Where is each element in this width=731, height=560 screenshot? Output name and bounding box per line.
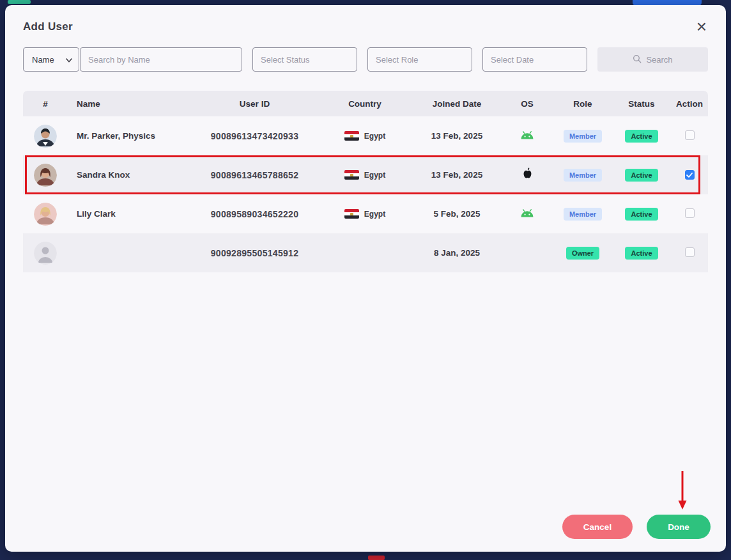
status-badge: Active xyxy=(625,169,658,182)
col-header-country: Country xyxy=(317,99,413,109)
user-id: 90089589034652220 xyxy=(192,209,317,219)
modal-header: Add User × xyxy=(23,5,708,42)
row-checkbox[interactable] xyxy=(685,247,695,257)
search-by-name-input[interactable] xyxy=(80,47,242,72)
col-header-status: Status xyxy=(612,99,671,109)
modal-footer: Cancel Done xyxy=(562,515,711,539)
joined-date: 5 Feb, 2025 xyxy=(413,209,501,219)
select-role-input[interactable] xyxy=(367,47,472,72)
table-header-row: # Name User ID Country Joined Date OS Ro… xyxy=(23,91,708,116)
country-label: Egypt xyxy=(364,171,385,180)
done-button[interactable]: Done xyxy=(647,515,711,539)
avatar xyxy=(34,125,57,148)
egypt-flag-icon xyxy=(344,209,359,219)
joined-date: 13 Feb, 2025 xyxy=(413,131,501,141)
role-badge: Member xyxy=(564,130,602,143)
user-id: 90092895505145912 xyxy=(192,248,317,258)
row-checkbox-checked[interactable] xyxy=(685,170,695,180)
background-page-fragment xyxy=(368,556,385,560)
os-cell xyxy=(501,131,553,141)
col-header-name: Name xyxy=(68,99,192,109)
background-page-fragment xyxy=(8,0,31,4)
table-row[interactable]: 90092895505145912 8 Jan, 2025 Owner Acti… xyxy=(23,233,708,272)
egypt-flag-icon xyxy=(344,131,359,141)
chevron-down-icon xyxy=(66,55,72,65)
annotation-arrow-icon xyxy=(677,471,688,511)
country-label: Egypt xyxy=(364,132,385,141)
placeholder-avatar-icon xyxy=(34,242,57,265)
add-user-modal: Add User × Name Search # Name User ID Co… xyxy=(5,5,726,552)
col-header-role: Role xyxy=(553,99,612,109)
country-label: Egypt xyxy=(364,210,385,219)
joined-date: 8 Jan, 2025 xyxy=(413,248,501,258)
os-cell xyxy=(501,167,553,182)
status-badge: Active xyxy=(625,247,658,260)
col-header-index: # xyxy=(23,99,68,109)
col-header-userid: User ID xyxy=(192,99,317,109)
user-name: Sandra Knox xyxy=(68,170,192,180)
col-header-joined: Joined Date xyxy=(413,99,501,109)
table-row[interactable]: Lily Clark 90089589034652220 Egypt 5 Feb… xyxy=(23,194,708,233)
avatar xyxy=(34,164,57,187)
role-badge: Owner xyxy=(566,247,599,260)
android-icon xyxy=(520,210,534,219)
search-button[interactable]: Search xyxy=(597,47,708,72)
close-icon[interactable]: × xyxy=(695,18,708,36)
role-badge: Member xyxy=(564,208,602,221)
name-filter-dropdown[interactable]: Name xyxy=(23,47,79,72)
apple-icon xyxy=(522,173,533,182)
search-button-label: Search xyxy=(646,55,672,65)
row-checkbox[interactable] xyxy=(685,130,695,140)
cancel-button[interactable]: Cancel xyxy=(562,515,633,539)
filter-bar: Name Search xyxy=(23,47,708,72)
user-name: Mr. Parker, Physics xyxy=(68,131,192,141)
avatar xyxy=(34,203,57,226)
row-checkbox[interactable] xyxy=(685,208,695,218)
col-header-os: OS xyxy=(501,99,553,109)
table-row[interactable]: Mr. Parker, Physics 90089613473420933 Eg… xyxy=(23,116,708,155)
modal-title: Add User xyxy=(23,20,73,33)
col-header-action: Action xyxy=(671,99,708,109)
select-date-input[interactable] xyxy=(482,47,587,72)
table-row-selected[interactable]: Sandra Knox 90089613465788652 Egypt 13 F… xyxy=(23,155,708,194)
user-name: Lily Clark xyxy=(68,209,192,219)
name-filter-label: Name xyxy=(32,55,54,65)
joined-date: 13 Feb, 2025 xyxy=(413,170,501,180)
user-id: 90089613465788652 xyxy=(192,170,317,180)
android-icon xyxy=(520,132,534,141)
select-status-input[interactable] xyxy=(252,47,357,72)
user-id: 90089613473420933 xyxy=(192,131,317,141)
status-badge: Active xyxy=(625,208,658,221)
os-cell xyxy=(501,209,553,219)
users-table: # Name User ID Country Joined Date OS Ro… xyxy=(23,91,708,272)
search-icon xyxy=(633,54,642,65)
egypt-flag-icon xyxy=(344,170,359,180)
status-badge: Active xyxy=(625,130,658,143)
role-badge: Member xyxy=(564,169,602,182)
